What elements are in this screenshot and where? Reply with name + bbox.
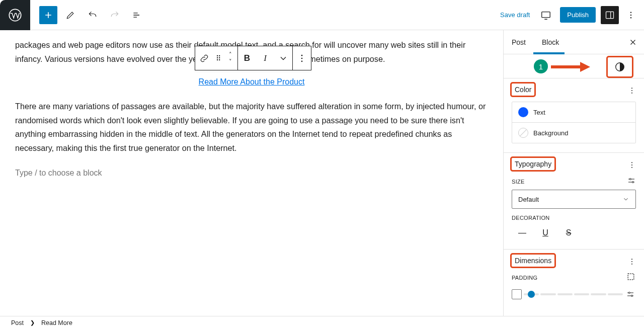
options-menu-button[interactable]: [624, 6, 638, 24]
close-icon: [628, 38, 637, 47]
dimensions-panel-options[interactable]: [625, 255, 639, 269]
redo-icon: [110, 10, 120, 20]
more-format-button[interactable]: [274, 46, 292, 70]
drag-handle[interactable]: ⠿: [213, 54, 223, 62]
empty-block-prompt[interactable]: Type / to choose a block: [15, 169, 488, 178]
tools-button[interactable]: [61, 6, 79, 24]
redo-button[interactable]: [106, 6, 124, 24]
decoration-underline-button[interactable]: U: [539, 226, 552, 240]
bold-button[interactable]: B: [238, 46, 256, 70]
wordpress-logo[interactable]: [0, 0, 30, 30]
dimensions-panel-title: Dimensions: [512, 255, 554, 267]
svg-point-16: [631, 164, 632, 166]
toolbar-left-group: [30, 6, 146, 24]
svg-point-7: [301, 57, 303, 59]
add-block-button[interactable]: [39, 6, 57, 24]
publish-button[interactable]: Publish: [560, 7, 596, 23]
decoration-none-button[interactable]: —: [516, 226, 529, 240]
breadcrumb-root[interactable]: Post: [11, 319, 24, 326]
preview-button[interactable]: [537, 6, 555, 24]
padding-link-sides-button[interactable]: [626, 272, 636, 283]
padding-visual-box[interactable]: [512, 289, 522, 299]
chevron-right-icon: ❯: [30, 319, 35, 326]
color-panel-options[interactable]: [625, 84, 639, 98]
breadcrumb-leaf[interactable]: Read More: [41, 319, 72, 326]
size-select-value: Default: [518, 196, 539, 203]
color-panel: Color Text Background: [504, 78, 644, 153]
italic-button[interactable]: I: [256, 46, 274, 70]
color-panel-title: Color: [512, 84, 534, 96]
svg-point-22: [631, 264, 632, 265]
desktop-icon: [540, 10, 551, 21]
box-icon: [626, 272, 636, 282]
top-toolbar: Save draft Publish: [0, 0, 644, 30]
color-list: Text Background: [512, 102, 636, 143]
tab-post[interactable]: Post: [504, 30, 534, 54]
move-up-button[interactable]: ˄: [223, 51, 237, 58]
block-type-button[interactable]: [195, 46, 213, 70]
sidebar-tabs: Post Block: [504, 30, 644, 54]
kebab-icon: [626, 11, 635, 20]
svg-rect-2: [606, 12, 614, 18]
paragraph-block-2[interactable]: There are many variations of passages ar…: [15, 100, 488, 155]
svg-point-24: [628, 292, 630, 294]
svg-point-6: [301, 54, 303, 56]
read-more-block[interactable]: Read More About the Product: [15, 77, 488, 87]
size-label: SIZE: [512, 179, 525, 185]
typography-panel-title: Typography: [512, 158, 554, 170]
move-down-button[interactable]: ˅: [223, 58, 237, 65]
size-settings-button[interactable]: [627, 176, 636, 187]
svg-point-21: [631, 261, 632, 262]
size-select[interactable]: Default: [512, 190, 636, 209]
annotation-badge-1: 1: [534, 59, 548, 73]
svg-point-5: [630, 17, 631, 18]
svg-point-8: [301, 60, 303, 62]
svg-marker-11: [580, 62, 590, 72]
typography-panel-options[interactable]: [625, 158, 639, 172]
link-icon: [199, 53, 209, 63]
svg-point-25: [631, 295, 633, 297]
decoration-strike-button[interactable]: S: [562, 226, 575, 240]
text-color-label: Text: [533, 109, 545, 116]
block-options-button[interactable]: [293, 46, 311, 70]
save-draft-link[interactable]: Save draft: [498, 7, 532, 23]
svg-rect-1: [542, 12, 550, 17]
dimensions-panel: Dimensions PADDING: [504, 250, 644, 308]
padding-slider[interactable]: [524, 293, 623, 295]
kebab-icon: [628, 258, 636, 266]
block-header-row: 1: [504, 54, 644, 78]
block-format-toolbar: ⠿ ˄ ˅ B I: [195, 46, 311, 70]
kebab-icon: [297, 53, 307, 63]
pencil-icon: [65, 10, 75, 20]
editor-canvas[interactable]: packages and web page editors now use as…: [0, 30, 503, 316]
document-overview-button[interactable]: [128, 6, 146, 24]
typography-panel: Typography SIZE Default DECORATION — U S: [504, 153, 644, 250]
wordpress-icon: [8, 8, 22, 22]
svg-rect-23: [628, 274, 634, 280]
tab-block[interactable]: Block: [534, 30, 567, 54]
sliders-icon: [627, 176, 636, 185]
list-icon: [132, 10, 142, 20]
styles-tab-button[interactable]: [608, 57, 632, 76]
decoration-label: DECORATION: [512, 215, 636, 221]
breadcrumb: Post ❯ Read More: [0, 316, 644, 329]
undo-button[interactable]: [84, 6, 102, 24]
padding-custom-button[interactable]: [625, 290, 636, 299]
svg-point-3: [630, 12, 631, 13]
svg-point-18: [629, 179, 631, 180]
plus-icon: [43, 10, 53, 20]
padding-slider-row: [512, 289, 636, 299]
settings-sidebar-toggle[interactable]: [601, 6, 619, 24]
kebab-icon: [628, 161, 636, 169]
close-sidebar-button[interactable]: [622, 30, 644, 54]
svg-point-14: [631, 93, 632, 94]
svg-point-17: [631, 167, 632, 168]
svg-point-0: [9, 9, 21, 21]
background-color-item[interactable]: Background: [512, 123, 635, 143]
contrast-icon: [614, 61, 625, 72]
text-color-item[interactable]: Text: [512, 102, 635, 123]
background-color-label: Background: [533, 129, 568, 137]
svg-point-4: [630, 14, 631, 15]
svg-point-20: [631, 259, 632, 260]
svg-point-19: [632, 182, 634, 183]
